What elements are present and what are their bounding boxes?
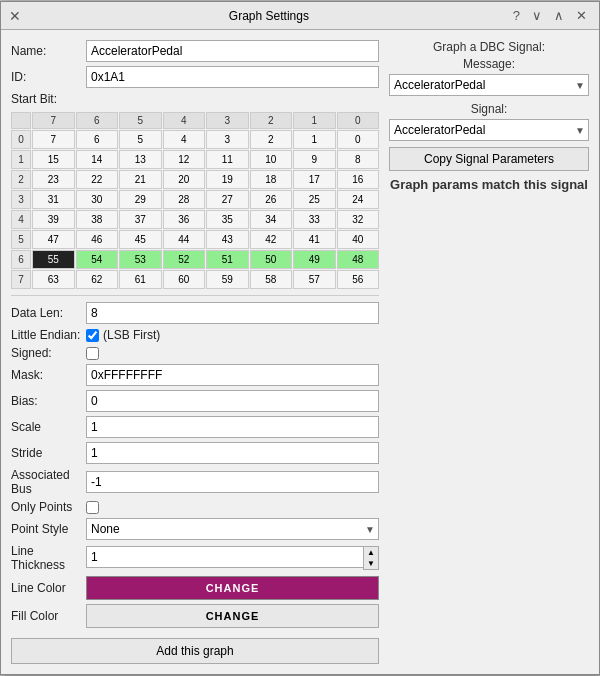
bit-cell[interactable]: 10 [250, 150, 293, 169]
bit-cell[interactable]: 32 [337, 210, 380, 229]
bit-cell[interactable]: 22 [76, 170, 119, 189]
only-points-checkbox[interactable] [86, 501, 99, 514]
bit-cell[interactable]: 46 [76, 230, 119, 249]
content-area: Name: ID: Start Bit: 7654321007654321011… [1, 30, 599, 674]
bit-cell[interactable]: 56 [337, 270, 380, 289]
bit-cell[interactable]: 35 [206, 210, 249, 229]
bit-cell[interactable]: 49 [293, 250, 336, 269]
mask-input[interactable] [86, 364, 379, 386]
bit-cell[interactable]: 58 [250, 270, 293, 289]
associated-bus-input[interactable] [86, 471, 379, 493]
bit-cell[interactable]: 30 [76, 190, 119, 209]
bit-cell[interactable]: 28 [163, 190, 206, 209]
line-color-button[interactable]: CHANGE [86, 576, 379, 600]
bit-cell[interactable]: 40 [337, 230, 380, 249]
bit-cell[interactable]: 50 [250, 250, 293, 269]
bit-cell[interactable]: 29 [119, 190, 162, 209]
bit-cell[interactable]: 12 [163, 150, 206, 169]
bit-cell[interactable]: 41 [293, 230, 336, 249]
bit-cell[interactable]: 27 [206, 190, 249, 209]
bit-cell[interactable]: 20 [163, 170, 206, 189]
bit-cell[interactable]: 8 [337, 150, 380, 169]
little-endian-checkbox[interactable] [86, 329, 99, 342]
stride-input[interactable] [86, 442, 379, 464]
name-input[interactable] [86, 40, 379, 62]
bit-cell[interactable]: 33 [293, 210, 336, 229]
bit-cell[interactable]: 60 [163, 270, 206, 289]
bit-cell[interactable]: 54 [76, 250, 119, 269]
bit-cell[interactable]: 53 [119, 250, 162, 269]
add-graph-button[interactable]: Add this graph [11, 638, 379, 664]
lsb-first-text: (LSB First) [103, 328, 160, 342]
bit-grid-corner [11, 112, 31, 129]
bit-cell[interactable]: 5 [119, 130, 162, 149]
bit-cell[interactable]: 36 [163, 210, 206, 229]
signed-checkbox[interactable] [86, 347, 99, 360]
bit-cell[interactable]: 2 [250, 130, 293, 149]
maximize-button[interactable]: ∧ [550, 8, 568, 23]
message-select[interactable]: AcceleratorPedal [389, 74, 589, 96]
bit-cell[interactable]: 55 [32, 250, 75, 269]
signal-select[interactable]: AcceleratorPedal [389, 119, 589, 141]
fill-color-button[interactable]: CHANGE [86, 604, 379, 628]
window-controls: ? ∨ ∧ ✕ [509, 8, 591, 23]
bit-row-label: 1 [11, 150, 31, 169]
spinner-down-button[interactable]: ▼ [364, 558, 378, 569]
bias-input[interactable] [86, 390, 379, 412]
bit-cell[interactable]: 38 [76, 210, 119, 229]
spinner-up-button[interactable]: ▲ [364, 547, 378, 558]
id-input[interactable] [86, 66, 379, 88]
bit-cell[interactable]: 4 [163, 130, 206, 149]
bit-cell[interactable]: 52 [163, 250, 206, 269]
bit-grid-header: 7 [32, 112, 75, 129]
scale-input[interactable] [86, 416, 379, 438]
bit-cell[interactable]: 21 [119, 170, 162, 189]
help-button[interactable]: ? [509, 8, 524, 23]
bit-cell[interactable]: 42 [250, 230, 293, 249]
bit-cell[interactable]: 11 [206, 150, 249, 169]
bit-cell[interactable]: 61 [119, 270, 162, 289]
bit-cell[interactable]: 14 [76, 150, 119, 169]
line-thickness-input[interactable] [86, 546, 363, 568]
bit-cell[interactable]: 25 [293, 190, 336, 209]
bit-cell[interactable]: 19 [206, 170, 249, 189]
bit-cell[interactable]: 18 [250, 170, 293, 189]
bit-cell[interactable]: 34 [250, 210, 293, 229]
bit-cell[interactable]: 26 [250, 190, 293, 209]
bit-cell[interactable]: 43 [206, 230, 249, 249]
bit-cell[interactable]: 45 [119, 230, 162, 249]
bit-cell[interactable]: 37 [119, 210, 162, 229]
data-len-row: Data Len: [11, 302, 379, 324]
bit-cell[interactable]: 17 [293, 170, 336, 189]
stride-row: Stride [11, 442, 379, 464]
bit-cell[interactable]: 13 [119, 150, 162, 169]
bit-cell[interactable]: 3 [206, 130, 249, 149]
bit-cell[interactable]: 23 [32, 170, 75, 189]
bit-cell[interactable]: 44 [163, 230, 206, 249]
bit-cell[interactable]: 57 [293, 270, 336, 289]
bit-cell[interactable]: 47 [32, 230, 75, 249]
bit-cell[interactable]: 39 [32, 210, 75, 229]
bit-cell[interactable]: 0 [337, 130, 380, 149]
line-thickness-spinner: ▲ ▼ [86, 546, 379, 570]
bit-cell[interactable]: 51 [206, 250, 249, 269]
bit-cell[interactable]: 24 [337, 190, 380, 209]
copy-signal-params-button[interactable]: Copy Signal Parameters [389, 147, 589, 171]
bit-cell[interactable]: 59 [206, 270, 249, 289]
bit-cell[interactable]: 9 [293, 150, 336, 169]
bit-cell[interactable]: 63 [32, 270, 75, 289]
bit-cell[interactable]: 7 [32, 130, 75, 149]
point-style-select[interactable]: None Circle Square Diamond [86, 518, 379, 540]
bias-label: Bias: [11, 394, 86, 408]
bit-cell[interactable]: 15 [32, 150, 75, 169]
bit-cell[interactable]: 16 [337, 170, 380, 189]
bit-cell[interactable]: 6 [76, 130, 119, 149]
data-len-input[interactable] [86, 302, 379, 324]
bit-cell[interactable]: 48 [337, 250, 380, 269]
bit-cell[interactable]: 31 [32, 190, 75, 209]
bit-cell[interactable]: 1 [293, 130, 336, 149]
spinner-buttons: ▲ ▼ [363, 546, 379, 570]
close-button[interactable]: ✕ [572, 8, 591, 23]
minimize-button[interactable]: ∨ [528, 8, 546, 23]
bit-cell[interactable]: 62 [76, 270, 119, 289]
